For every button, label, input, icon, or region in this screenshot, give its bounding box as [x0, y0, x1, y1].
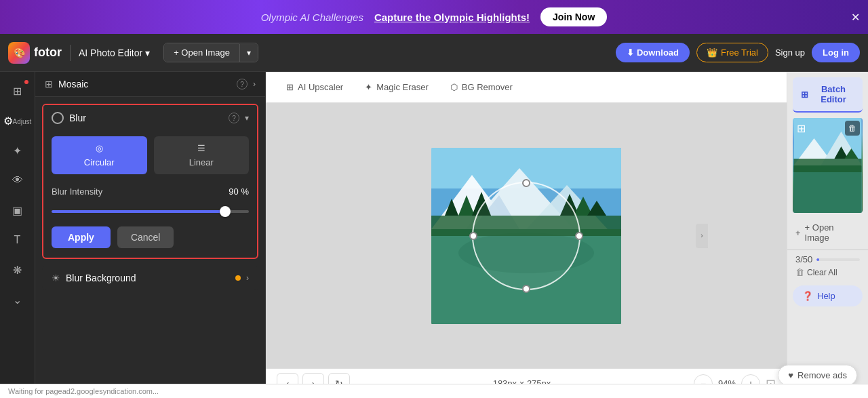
sidebar-item-crop[interactable]: ▣	[4, 197, 31, 224]
ai-photo-editor-button[interactable]: AI Photo Editor ▾	[79, 47, 150, 58]
header-divider	[70, 45, 71, 61]
bg-remover-tab[interactable]: ⬡ BG Remover	[441, 78, 522, 96]
banner-bold-text: Capture the Olympic Highlights!	[374, 12, 530, 23]
progress-fill	[816, 258, 819, 261]
mosaic-chevron-icon: ›	[253, 79, 256, 89]
progress-bar	[816, 258, 860, 261]
svg-rect-18	[794, 165, 862, 213]
blur-type-row: ◎ Circular ☰ Linear	[43, 131, 257, 182]
help-button[interactable]: ❓ Help	[793, 285, 863, 306]
blur-help-icon[interactable]: ?	[229, 113, 239, 123]
linear-blur-button[interactable]: ☰ Linear	[154, 136, 250, 174]
blur-handle-top[interactable]	[522, 179, 530, 187]
join-now-button[interactable]: Join Now	[540, 7, 607, 26]
adjust-label: Adjust	[13, 118, 32, 125]
logo: 🎨 fotor	[8, 42, 62, 64]
notification-dot	[24, 80, 28, 84]
right-panel-divider	[787, 250, 868, 250]
blur-bg-chevron-icon: ›	[246, 273, 249, 283]
sidebar-item-grid[interactable]: ⊞	[4, 77, 31, 104]
blur-handle-left[interactable]	[469, 232, 477, 240]
circular-icon: ◎	[96, 143, 103, 153]
magic-eraser-label: Magic Eraser	[376, 82, 429, 92]
blur-chevron-icon: ▾	[245, 113, 249, 123]
clear-all-row[interactable]: 🗑 Clear All	[787, 267, 868, 281]
blur-background-row[interactable]: ☀ Blur Background ›	[42, 266, 258, 290]
sign-up-button[interactable]: Sign up	[775, 47, 805, 58]
circular-label: Circular	[84, 157, 115, 167]
blur-slider-row	[43, 201, 257, 224]
batch-editor-button[interactable]: ⊞ Batch Editor	[793, 77, 863, 113]
apply-button[interactable]: Apply	[52, 226, 111, 248]
sidebar-item-effects[interactable]: ✦	[4, 137, 31, 164]
header-right: ⬇ Download 👑 Free Trial Sign up Log in	[616, 43, 860, 62]
remove-ads-label: Remove ads	[797, 370, 847, 380]
canvas-image[interactable]	[431, 148, 621, 324]
sun-icon: ☀	[52, 273, 60, 283]
clear-all-label: Clear All	[807, 268, 837, 277]
blur-circular-overlay[interactable]	[472, 182, 580, 290]
ai-photo-editor-label: AI Photo Editor	[79, 47, 142, 58]
magic-eraser-icon: ✦	[365, 82, 372, 92]
cancel-button[interactable]: Cancel	[117, 226, 174, 248]
bg-remover-icon: ⬡	[450, 82, 458, 92]
magic-eraser-tab[interactable]: ✦ Magic Eraser	[355, 78, 438, 96]
remove-ads-button[interactable]: ♥ Remove ads	[778, 365, 857, 386]
log-in-button[interactable]: Log in	[812, 43, 860, 62]
open-image-right-button[interactable]: + + Open Image	[787, 217, 868, 248]
circular-blur-button[interactable]: ◎ Circular	[52, 136, 147, 174]
more-icon: ⌄	[13, 294, 22, 306]
blur-intensity-label: Blur Intensity	[52, 186, 216, 197]
banner-italic-text: Olympic AI Challenges	[261, 12, 363, 23]
sidebar-item-elements[interactable]: ❋	[4, 256, 31, 283]
sidebar-item-eye[interactable]: 👁	[4, 167, 31, 194]
help-label: Help	[817, 291, 835, 301]
linear-icon: ☰	[197, 143, 205, 153]
download-button[interactable]: ⬇ Download	[616, 43, 690, 62]
image-counter: 3/50	[795, 254, 812, 264]
blur-section: Blur ? ▾ ◎ Circular ☰ Linear Blur Intens…	[42, 104, 258, 259]
batch-editor-label: Batch Editor	[812, 84, 854, 104]
free-trial-label: Free Trial	[721, 47, 758, 58]
blur-label: Blur	[69, 113, 229, 123]
text-icon: T	[14, 234, 21, 246]
blur-section-header[interactable]: Blur ? ▾	[43, 105, 257, 131]
logo-text: fotor	[34, 45, 62, 60]
blur-intensity-slider[interactable]	[52, 210, 249, 213]
blur-handle-bottom[interactable]	[522, 285, 530, 293]
eye-icon: 👁	[12, 174, 23, 186]
free-trial-button[interactable]: 👑 Free Trial	[696, 43, 768, 62]
blur-intensity-value: 90 %	[222, 186, 249, 197]
tool-tabs: ⊞ AI Upscaler ✦ Magic Eraser ⬡ BG Remove…	[266, 72, 787, 103]
sidebar-item-text[interactable]: T	[4, 226, 31, 254]
delete-thumbnail-button[interactable]: 🗑	[845, 121, 860, 136]
sliders-icon: ⚙	[3, 115, 13, 127]
bg-remover-label: BG Remover	[462, 82, 513, 92]
ai-upscaler-tab[interactable]: ⊞ AI Upscaler	[277, 78, 353, 96]
blur-circle-icon	[52, 112, 64, 124]
mosaic-label: Mosaic	[58, 79, 237, 89]
layers-icon: ⊞	[797, 122, 806, 135]
elements-icon: ❋	[13, 264, 22, 277]
mosaic-section-header[interactable]: ⊞ Mosaic ? ›	[35, 72, 265, 97]
crown-icon: 👑	[707, 47, 717, 58]
sidebar-item-adjust[interactable]: ⚙ Adjust	[4, 107, 31, 134]
effects-icon: ✦	[13, 144, 22, 157]
banner-close-button[interactable]: ✕	[851, 11, 860, 24]
open-image-button[interactable]: + Open Image	[164, 43, 239, 62]
sidebar-item-more[interactable]: ⌄	[4, 286, 31, 313]
right-panel: ⊞ Batch Editor ⊞ 🗑 + + Open Image 3/50	[787, 72, 868, 398]
blur-handle-right[interactable]	[575, 232, 583, 240]
crop-icon: ▣	[12, 204, 22, 217]
status-text: Waiting for pagead2.googlesyndication.co…	[8, 387, 159, 395]
batch-image-thumbnail: ⊞ 🗑	[793, 118, 863, 213]
open-image-dropdown-button[interactable]: ▾	[239, 44, 258, 62]
canvas-content: ›	[266, 103, 787, 368]
progress-bar-row: 3/50	[787, 252, 868, 267]
blur-intensity-row: Blur Intensity 90 %	[43, 182, 257, 201]
right-panel-toggle[interactable]: ›	[696, 224, 708, 248]
icon-sidebar: ⊞ ⚙ Adjust ✦ 👁 ▣ T ❋ ⌄	[0, 72, 35, 398]
promo-banner: Olympic AI Challenges Capture the Olympi…	[0, 0, 868, 34]
mosaic-help-icon[interactable]: ?	[237, 79, 248, 89]
linear-label: Linear	[189, 157, 214, 167]
